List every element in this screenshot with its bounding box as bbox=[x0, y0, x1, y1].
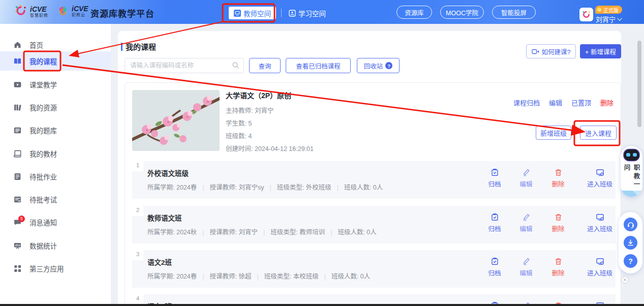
archive-class-action[interactable]: 归档 bbox=[478, 257, 511, 278]
avatar[interactable] bbox=[579, 8, 593, 21]
version-badge: 正式版 bbox=[595, 6, 622, 14]
help-question-icon: ? bbox=[385, 62, 392, 69]
class-type: 班级类型: 教师培训 bbox=[270, 229, 325, 236]
class-count: 班级人数: 0人 bbox=[344, 184, 383, 191]
medal-icon bbox=[597, 7, 602, 12]
sidebar-item-pending-exams[interactable]: 待批考试 bbox=[0, 190, 111, 209]
course-edit-link[interactable]: 编辑 bbox=[549, 98, 562, 107]
bookshelf-icon bbox=[13, 103, 22, 112]
home-icon bbox=[13, 41, 22, 49]
sidebar-item-classroom-teaching[interactable]: 课堂教学 bbox=[0, 75, 111, 94]
class-meta: 所属学期: 2024春|授课教师: 刘宵宁sy|班级类型: 外校班级|班级人数:… bbox=[147, 182, 383, 192]
enter-class-monitor-icon bbox=[584, 257, 616, 266]
sidebar-item-my-resources[interactable]: 我的资源 bbox=[0, 98, 111, 117]
edit-pencil-icon bbox=[510, 213, 542, 222]
message-bubble-icon: 5 bbox=[13, 218, 22, 227]
chevron-down-icon bbox=[617, 16, 622, 21]
sidebar-item-third-party-apps[interactable]: 第三方应用 bbox=[0, 259, 111, 278]
trash-icon bbox=[542, 213, 574, 222]
enter-class-monitor-icon bbox=[584, 168, 616, 177]
class-row-number: 1 bbox=[132, 161, 143, 171]
trash-icon bbox=[542, 168, 574, 177]
teacher-space-icon bbox=[234, 10, 241, 17]
sidebar-item-data-statistics[interactable]: 数据统计 bbox=[0, 236, 111, 255]
archive-icon bbox=[478, 168, 511, 177]
user-menu[interactable]: 刘宵宁 bbox=[596, 14, 622, 24]
add-course-button[interactable]: + 新增课程 bbox=[580, 44, 621, 58]
add-class-button[interactable]: 新增班级 bbox=[536, 126, 571, 140]
enter-class-action[interactable]: 进入班级 bbox=[584, 168, 616, 189]
video-camera-icon bbox=[532, 48, 539, 55]
nav-resource-library-button[interactable]: 资源库 bbox=[396, 6, 432, 19]
sidebar-item-label: 待批作业 bbox=[29, 171, 57, 181]
customer-service-button[interactable] bbox=[624, 218, 637, 231]
window-bottom-edge bbox=[0, 304, 644, 306]
sidebar-item-label: 数据统计 bbox=[29, 240, 57, 251]
course-search-input[interactable] bbox=[125, 58, 244, 73]
recycle-bin-button[interactable]: 回收站 ? bbox=[357, 58, 400, 73]
sidebar-item-my-question-bank[interactable]: 我的题库 bbox=[0, 120, 111, 140]
class-teacher: 授课教师: 徐超 bbox=[210, 273, 252, 280]
meta-separator: | bbox=[257, 273, 258, 280]
edit-class-action[interactable]: 编辑 bbox=[510, 168, 542, 189]
assistant-widget[interactable]: 职教一问 bbox=[621, 146, 642, 197]
video-play-icon bbox=[13, 80, 22, 89]
sidebar-item-notifications[interactable]: 5 消息通知 bbox=[0, 212, 111, 232]
nav-smart-cast-button[interactable]: 智能投屏 bbox=[492, 6, 536, 19]
sidebar-item-pending-homework[interactable]: 待批作业 bbox=[0, 167, 111, 186]
tab-teacher-space-label: 教师空间 bbox=[243, 8, 271, 18]
brand1-name: iCVE bbox=[30, 6, 48, 13]
robot-icon bbox=[623, 147, 640, 165]
download-button[interactable] bbox=[624, 236, 637, 250]
class-meta: 所属学期: 2024春|授课教师: 徐超|班级类型: 本校班级|班级人数: 0人 bbox=[147, 271, 370, 281]
course-archive-link[interactable]: 课程归档 bbox=[513, 98, 540, 107]
edit-class-action[interactable]: 编辑 bbox=[510, 213, 542, 233]
page-title: 我的课程 bbox=[126, 41, 156, 52]
view-archived-label: 查看已归档课程 bbox=[296, 61, 341, 71]
archive-icon bbox=[478, 213, 511, 222]
query-button[interactable]: 查询 bbox=[249, 58, 281, 73]
sidebar-item-my-textbooks[interactable]: 我的教材 bbox=[0, 144, 111, 163]
enter-class-action[interactable]: 进入班级 bbox=[584, 213, 616, 233]
archive-class-action[interactable]: 归档 bbox=[478, 213, 511, 233]
archive-class-action[interactable]: 归档 bbox=[478, 168, 511, 189]
class-meta: 所属学期: 2024秋|授课教师: 刘宵宁|班级类型: 教师培训|班级人数: 0… bbox=[147, 227, 377, 236]
delete-class-action[interactable]: 删除 bbox=[542, 257, 574, 278]
close-widget-icon[interactable]: ✕ bbox=[621, 276, 629, 284]
course-delete-link[interactable]: 删除 bbox=[600, 98, 614, 107]
sidebar-item-label: 课堂教学 bbox=[29, 79, 57, 89]
class-count: 班级人数: 0人 bbox=[338, 229, 376, 236]
enter-course-label: 进入课程 bbox=[585, 128, 611, 138]
sidebar-item-my-courses[interactable]: 我的课程 bbox=[0, 51, 111, 71]
icve-shell-logo-icon bbox=[57, 4, 69, 18]
meta-separator: | bbox=[202, 273, 204, 280]
class-row: 3 语文2班 所属学期: 2024春|授课教师: 徐超|班级类型: 本校班级|班… bbox=[132, 250, 616, 288]
tab-learning-space[interactable]: 学习空间 bbox=[289, 7, 326, 19]
enter-class-action[interactable]: 进入班级 bbox=[584, 257, 616, 278]
vertical-scrollbar[interactable] bbox=[637, 41, 641, 127]
edit-pencil-icon bbox=[510, 257, 542, 266]
enter-class-monitor-icon bbox=[584, 213, 616, 222]
course-pinned-link[interactable]: 已置顶 bbox=[571, 98, 591, 107]
class-term: 所属学期: 2024春 bbox=[147, 184, 197, 191]
edit-class-action[interactable]: 编辑 bbox=[510, 257, 542, 278]
sidebar-item-label: 我的教材 bbox=[29, 148, 57, 159]
meta-separator: | bbox=[202, 229, 204, 236]
learning-space-icon bbox=[289, 10, 296, 17]
delete-class-action[interactable]: 删除 bbox=[542, 213, 574, 233]
tab-teacher-space[interactable]: 教师空间 bbox=[229, 7, 276, 19]
course-action-links: 课程归档 编辑 已置顶 删除 bbox=[513, 98, 614, 107]
delete-class-action[interactable]: 删除 bbox=[542, 168, 574, 189]
sidebar-item-label: 待批考试 bbox=[29, 194, 57, 204]
view-archived-button[interactable]: 查看已归档课程 bbox=[286, 58, 351, 73]
sidebar: 首页 我的课程 课堂教学 我的资源 我的题库 我的教材 待批作业 待批考试 5 … bbox=[0, 24, 111, 306]
enter-course-button[interactable]: 进入课程 bbox=[580, 126, 617, 140]
assistant-waves-decoration bbox=[621, 191, 642, 197]
class-row-number: 3 bbox=[132, 250, 143, 260]
help-button[interactable]: ? bbox=[624, 254, 637, 268]
sidebar-item-label: 首页 bbox=[29, 40, 43, 50]
nav-mooc-button[interactable]: MOOC学院 bbox=[440, 6, 484, 19]
course-host-teacher: 主持教师: 刘宵宁 bbox=[226, 105, 273, 115]
course-cover-image[interactable] bbox=[132, 90, 220, 151]
how-to-create-course-button[interactable]: 如何建课? bbox=[526, 44, 576, 58]
